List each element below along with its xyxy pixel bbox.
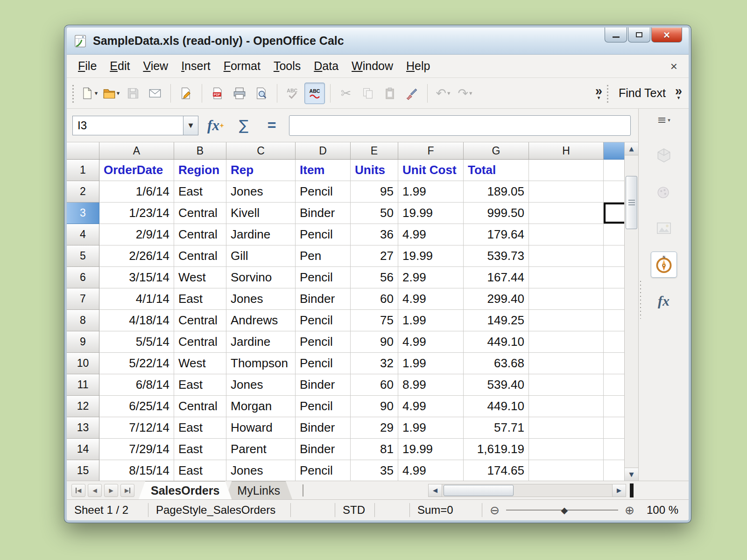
cell-D15[interactable]: Pencil (296, 460, 351, 481)
page-style[interactable]: PageStyle_SalesOrders (148, 503, 291, 517)
cell-H1[interactable] (529, 160, 604, 181)
cell-C5[interactable]: Gill (226, 245, 296, 267)
cell-E6[interactable]: 56 (351, 267, 398, 288)
row-header-15[interactable]: 15 (67, 460, 99, 481)
formula-input-line[interactable] (289, 115, 631, 136)
zoom-track[interactable]: ◆ (506, 510, 618, 511)
cell-F5[interactable]: 19.99 (398, 245, 464, 267)
zoom-out-icon[interactable]: ⊖ (490, 504, 500, 516)
cell-F1[interactable]: Unit Cost (398, 160, 464, 181)
spellcheck-button[interactable]: ABC (282, 83, 303, 104)
cell-D11[interactable]: Binder (296, 374, 351, 396)
row-header-8[interactable]: 8 (67, 310, 99, 331)
row-header-14[interactable]: 14 (67, 439, 99, 460)
last-sheet-icon[interactable]: ▶ (120, 484, 134, 497)
cell-F6[interactable]: 2.99 (398, 267, 464, 288)
zoom-in-icon[interactable]: ⊕ (625, 504, 634, 516)
cell-I10[interactable] (604, 353, 624, 374)
document-close-icon[interactable]: × (664, 60, 684, 72)
cell-E8[interactable]: 75 (351, 310, 398, 331)
cell-H7[interactable] (529, 288, 604, 310)
row-header-13[interactable]: 13 (67, 417, 99, 439)
cell-C15[interactable]: Jones (226, 460, 296, 481)
cell-B11[interactable]: East (174, 374, 226, 396)
cell-A2[interactable]: 1/6/14 (99, 181, 174, 203)
cell-C3[interactable]: Kivell (226, 203, 296, 224)
sheet-tab-mylinks[interactable]: MyLinks (225, 481, 292, 499)
cell-C4[interactable]: Jardine (226, 224, 296, 245)
column-header-I[interactable] (604, 142, 624, 160)
cell-H11[interactable] (529, 374, 604, 396)
cell-F4[interactable]: 4.99 (398, 224, 464, 245)
cell-B4[interactable]: Central (174, 224, 226, 245)
export-pdf-button[interactable]: PDF (207, 83, 228, 104)
cell-H2[interactable] (529, 181, 604, 203)
cell-F15[interactable]: 4.99 (398, 460, 464, 481)
cell-H9[interactable] (529, 331, 604, 353)
menu-data[interactable]: Data (307, 57, 345, 75)
row-header-1[interactable]: 1 (67, 160, 99, 181)
cell-F3[interactable]: 19.99 (398, 203, 464, 224)
cell-G7[interactable]: 299.40 (464, 288, 529, 310)
name-box-dropdown[interactable]: ▼ (183, 116, 198, 135)
row-header-4[interactable]: 4 (67, 224, 99, 245)
cell-E7[interactable]: 60 (351, 288, 398, 310)
minimize-button[interactable] (605, 28, 627, 42)
cell-A10[interactable]: 5/22/14 (99, 353, 174, 374)
autospellcheck-button[interactable]: ABC (304, 83, 325, 104)
row-header-9[interactable]: 9 (67, 331, 99, 353)
column-header-D[interactable]: D (296, 142, 351, 160)
row-header-11[interactable]: 11 (67, 374, 99, 396)
next-sheet-icon[interactable]: ▶ (104, 484, 118, 497)
menu-insert[interactable]: Insert (175, 57, 217, 75)
cell-H14[interactable] (529, 439, 604, 460)
undo-dropdown-icon[interactable]: ▾ (447, 90, 451, 97)
sheet-info[interactable]: Sheet 1 / 2 (67, 503, 148, 517)
close-button[interactable]: × (651, 28, 682, 42)
cell-C14[interactable]: Parent (226, 439, 296, 460)
menu-file[interactable]: File (71, 57, 103, 75)
format-paintbrush-button[interactable] (402, 83, 422, 104)
cell-A8[interactable]: 4/18/14 (99, 310, 174, 331)
cell-I11[interactable] (604, 374, 624, 396)
cell-E12[interactable]: 90 (351, 396, 398, 417)
cell-reference-input[interactable] (72, 116, 183, 135)
cell-G10[interactable]: 63.68 (464, 353, 529, 374)
scroll-left-icon[interactable]: ◀ (428, 484, 442, 497)
menu-window[interactable]: Window (345, 57, 400, 75)
vertical-scroll-track[interactable] (625, 155, 638, 468)
scroll-up-icon[interactable]: ▲ (625, 142, 638, 155)
cell-A6[interactable]: 3/15/14 (99, 267, 174, 288)
column-header-G[interactable]: G (464, 142, 529, 160)
cell-C10[interactable]: Thompson (226, 353, 296, 374)
cell-D1[interactable]: Item (296, 160, 351, 181)
new-document-button[interactable]: ▾ (79, 83, 99, 104)
cell-D14[interactable]: Binder (296, 439, 351, 460)
properties-icon[interactable] (651, 142, 677, 168)
cell-B3[interactable]: Central (174, 203, 226, 224)
page-preview-button[interactable] (251, 83, 272, 104)
cell-G6[interactable]: 167.44 (464, 267, 529, 288)
cell-H15[interactable] (529, 460, 604, 481)
cell-D4[interactable]: Pencil (296, 224, 351, 245)
sum-button[interactable]: ∑ (233, 115, 254, 136)
cell-E9[interactable]: 90 (351, 331, 398, 353)
cell-I3[interactable] (604, 203, 624, 224)
open-dropdown-icon[interactable]: ▾ (117, 90, 120, 97)
edit-file-button[interactable] (176, 83, 197, 104)
maximize-button[interactable] (628, 28, 650, 42)
cell-H10[interactable] (529, 353, 604, 374)
cell-F12[interactable]: 4.99 (398, 396, 464, 417)
cell-G11[interactable]: 539.40 (464, 374, 529, 396)
toolbar-grip[interactable] (72, 84, 74, 103)
cell-C7[interactable]: Jones (226, 288, 296, 310)
toolbar-overflow-icon[interactable]: »▾ (592, 86, 605, 100)
cell-E11[interactable]: 60 (351, 374, 398, 396)
cell-B1[interactable]: Region (174, 160, 226, 181)
cell-B12[interactable]: Central (174, 396, 226, 417)
cell-B13[interactable]: East (174, 417, 226, 439)
cell-H3[interactable] (529, 203, 604, 224)
copy-button[interactable] (358, 83, 378, 104)
cell-F9[interactable]: 4.99 (398, 331, 464, 353)
cell-B5[interactable]: Central (174, 245, 226, 267)
